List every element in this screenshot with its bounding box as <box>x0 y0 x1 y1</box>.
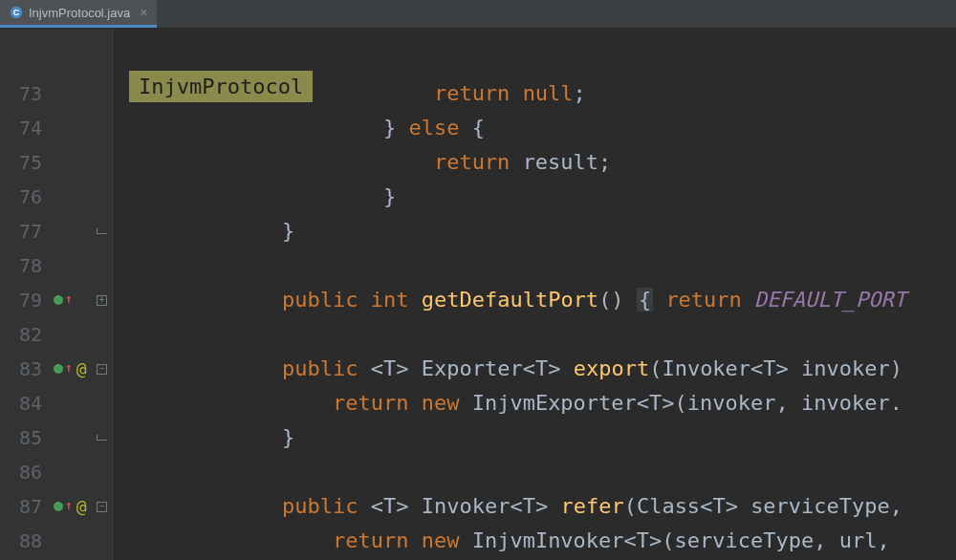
code-line[interactable]: return new InjvmExporter<T>(invoker, inv… <box>113 386 956 420</box>
line-number: 87 <box>0 489 52 524</box>
fold-collapse-icon[interactable]: − <box>97 364 107 375</box>
code-line[interactable]: public <T> Invoker<T> refer(Class<T> ser… <box>113 489 956 524</box>
code-line[interactable]: } <box>113 180 956 214</box>
gutter-marker <box>52 524 92 558</box>
fold-handle[interactable] <box>92 214 112 248</box>
gutter-marker <box>52 145 92 180</box>
line-number: 74 <box>0 111 52 145</box>
tab-filename: InjvmProtocol.java <box>29 6 130 20</box>
fold-handle <box>92 180 112 214</box>
override-marker-icon[interactable] <box>54 295 63 305</box>
gutter-marker: ↑@ <box>52 489 92 524</box>
line-number: 83 <box>0 352 52 386</box>
fold-handle[interactable]: − <box>92 352 112 386</box>
fold-handle[interactable]: + <box>92 283 112 317</box>
line-number: 73 <box>0 76 52 111</box>
gutter-marker <box>52 214 92 248</box>
code-line[interactable]: return result; <box>113 145 956 180</box>
java-class-icon: C <box>10 6 23 19</box>
override-arrow-icon: ↑ <box>65 282 73 316</box>
svg-text:C: C <box>13 8 20 17</box>
fold-collapse-icon[interactable]: − <box>97 502 107 512</box>
editor-tab[interactable]: C InjvmProtocol.java × <box>0 0 157 28</box>
line-number-gutter: 737475767778798283848586878889 <box>0 29 52 560</box>
line-number: 76 <box>0 180 52 214</box>
gutter-marker: ↑ <box>52 283 92 317</box>
line-number: 78 <box>0 248 52 283</box>
gutter-marker: ↑@ <box>52 352 92 386</box>
override-arrow-icon: ↑ <box>65 351 73 385</box>
gutter-marker <box>52 76 92 111</box>
close-icon[interactable]: × <box>136 5 147 20</box>
gutter-marker <box>52 455 92 489</box>
gutter-marker <box>52 111 92 145</box>
fold-handle <box>92 317 112 352</box>
fold-expand-icon[interactable]: + <box>97 295 107 306</box>
fold-end-icon <box>97 228 107 234</box>
line-number: 79 <box>0 283 52 317</box>
gutter-marker <box>52 420 92 455</box>
fold-handle <box>92 524 112 558</box>
fold-handle <box>92 76 112 111</box>
gutter-marker <box>52 317 92 352</box>
gutter-marker <box>52 248 92 283</box>
override-marker-icon[interactable] <box>54 364 63 374</box>
line-number: 82 <box>0 317 52 352</box>
override-arrow-icon: ↑ <box>65 488 73 523</box>
fold-handle <box>92 455 112 489</box>
fold-handle <box>92 111 112 145</box>
code-line[interactable]: public int getDefaultPort() { return DEF… <box>113 283 956 317</box>
code-line[interactable]: } <box>113 214 956 248</box>
editor: InjvmProtocol 73747576777879828384858687… <box>0 29 956 560</box>
code-line[interactable] <box>113 317 956 352</box>
code-line[interactable]: public <T> Exporter<T> export(Invoker<T>… <box>113 352 956 386</box>
fold-gutter: +−− <box>92 29 113 560</box>
breadcrumb[interactable]: InjvmProtocol <box>129 71 313 102</box>
code-line[interactable]: } <box>113 420 956 455</box>
code-line[interactable] <box>113 248 956 283</box>
annotation-marker-icon: @ <box>76 489 87 524</box>
fold-handle <box>92 248 112 283</box>
line-number: 75 <box>0 145 52 180</box>
code-line[interactable]: } else { <box>113 111 956 145</box>
gutter-marker <box>52 386 92 420</box>
fold-handle <box>92 145 112 180</box>
fold-handle[interactable] <box>92 420 112 455</box>
line-number: 77 <box>0 214 52 248</box>
fold-end-icon <box>97 435 107 441</box>
fold-handle[interactable]: − <box>92 489 112 524</box>
annotation-marker-icon: @ <box>76 352 87 386</box>
line-number: 86 <box>0 455 52 489</box>
tab-bar: C InjvmProtocol.java × <box>0 0 956 29</box>
line-number: 85 <box>0 420 52 455</box>
line-number: 88 <box>0 524 52 558</box>
line-number: 84 <box>0 386 52 420</box>
fold-handle <box>92 386 112 420</box>
gutter-marker <box>52 180 92 214</box>
code-area[interactable]: return null; } else { return result; } }… <box>113 29 956 560</box>
override-marker-icon[interactable] <box>54 502 63 511</box>
marker-gutter: ↑↑@↑@ <box>52 29 92 560</box>
code-line[interactable]: return new InjvmInvoker<T>(serviceType, … <box>113 524 956 558</box>
code-line[interactable] <box>113 455 956 489</box>
